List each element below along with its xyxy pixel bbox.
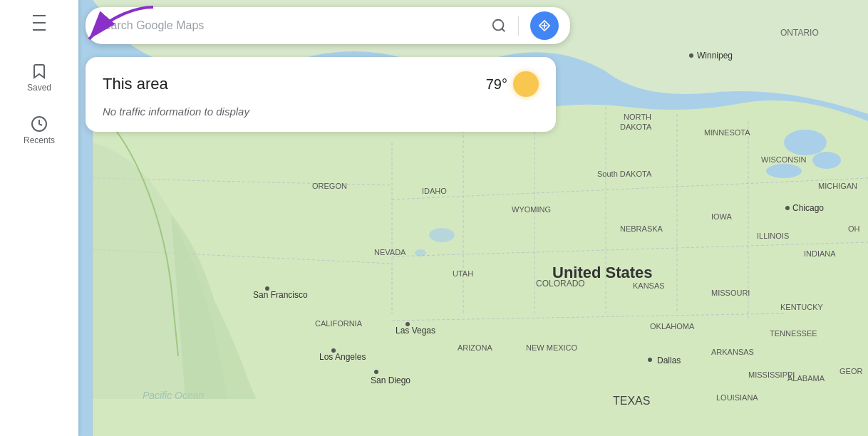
svg-point-69 (493, 20, 504, 31)
svg-text:ILLINOIS: ILLINOIS (757, 232, 789, 240)
svg-text:NEBRASKA: NEBRASKA (620, 224, 663, 233)
weather-section: 79° (486, 71, 539, 97)
svg-text:ARKANSAS: ARKANSAS (711, 348, 754, 356)
svg-text:NEVADA: NEVADA (374, 248, 406, 256)
sidebar-item-saved[interactable]: Saved (11, 57, 68, 98)
directions-icon (537, 19, 552, 33)
svg-text:Chicago: Chicago (792, 203, 824, 213)
svg-text:OREGON: OREGON (312, 182, 347, 190)
search-container (86, 7, 570, 44)
sidebar: Saved Recents (0, 0, 78, 436)
svg-text:Dallas: Dallas (657, 355, 681, 365)
svg-point-20 (689, 53, 693, 58)
svg-text:GEOR: GEOR (839, 367, 862, 375)
svg-point-3 (812, 152, 841, 169)
weather-sun-icon (513, 71, 539, 97)
svg-text:Winnipeg: Winnipeg (697, 51, 733, 61)
svg-text:ALABAMA: ALABAMA (787, 374, 825, 383)
svg-point-46 (648, 358, 652, 362)
sidebar-item-recents[interactable]: Recents (11, 110, 68, 151)
hamburger-line-3 (33, 29, 46, 31)
svg-text:ONTARIO: ONTARIO (780, 28, 819, 38)
svg-text:South DAKOTA: South DAKOTA (597, 170, 652, 178)
saved-label: Saved (27, 83, 51, 93)
search-input[interactable] (97, 19, 485, 32)
svg-text:TENNESSEE: TENNESSEE (770, 329, 817, 338)
recents-label: Recents (24, 135, 55, 145)
svg-text:WISCONSIN: WISCONSIN (761, 155, 807, 164)
svg-text:San Francisco: San Francisco (253, 290, 308, 300)
svg-text:UTAH: UTAH (453, 269, 473, 278)
svg-text:San Diego: San Diego (371, 375, 410, 385)
svg-text:LOUISIANA: LOUISIANA (716, 393, 758, 402)
temperature: 79° (486, 76, 507, 93)
svg-text:CALIFORNIA: CALIFORNIA (315, 319, 363, 328)
directions-button[interactable] (530, 11, 559, 40)
area-title: This area (103, 75, 168, 93)
svg-text:KANSAS: KANSAS (633, 281, 665, 290)
svg-text:MISSOURI: MISSOURI (711, 289, 750, 297)
svg-text:OH: OH (848, 224, 860, 233)
svg-text:Las Vegas: Las Vegas (396, 326, 435, 336)
traffic-info: No traffic information to display (103, 105, 539, 118)
svg-text:United States: United States (552, 264, 653, 281)
bookmark-icon (31, 63, 48, 80)
svg-text:DAKOTA: DAKOTA (620, 123, 652, 131)
svg-text:MICHIGAN: MICHIGAN (818, 182, 857, 190)
svg-line-70 (502, 28, 505, 31)
svg-point-2 (784, 130, 827, 155)
search-box (86, 7, 570, 44)
svg-text:WYOMING: WYOMING (512, 205, 551, 214)
search-divider (518, 16, 519, 36)
svg-text:OKLAHOMA: OKLAHOMA (650, 322, 695, 331)
hamburger-line-1 (33, 15, 46, 16)
svg-text:NORTH: NORTH (624, 113, 651, 121)
svg-text:MINNESOTA: MINNESOTA (704, 128, 750, 137)
svg-text:IDAHO: IDAHO (422, 187, 447, 195)
info-header: This area 79° (103, 71, 539, 97)
svg-point-5 (429, 228, 455, 242)
svg-point-63 (374, 370, 378, 374)
hamburger-button[interactable] (22, 6, 56, 40)
svg-text:TEXAS: TEXAS (613, 395, 650, 407)
svg-text:Los Angeles: Los Angeles (319, 352, 366, 362)
svg-text:NEW MEXICO: NEW MEXICO (526, 343, 578, 352)
info-panel: This area 79° No traffic information to … (86, 57, 556, 132)
svg-text:INDIANA: INDIANA (804, 249, 836, 258)
history-icon (31, 115, 48, 133)
hamburger-line-2 (33, 22, 46, 24)
svg-point-32 (785, 206, 790, 210)
svg-text:ARIZONA: ARIZONA (458, 343, 493, 352)
svg-text:IOWA: IOWA (711, 212, 733, 221)
search-icon[interactable] (491, 18, 507, 33)
svg-point-4 (766, 164, 802, 178)
svg-text:KENTUCKY: KENTUCKY (780, 303, 824, 311)
